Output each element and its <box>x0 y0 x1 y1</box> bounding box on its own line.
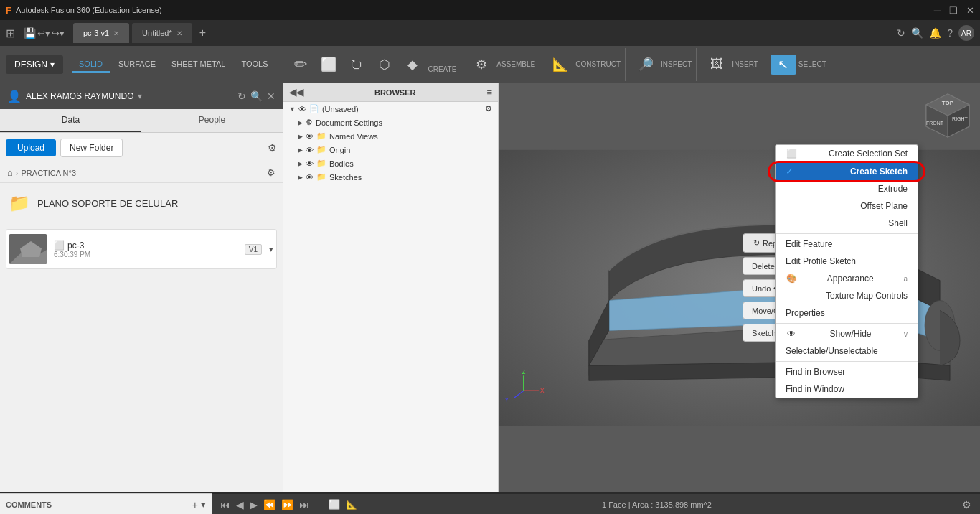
tree-sketches[interactable]: ▶ 👁 📁 Sketches <box>283 170 498 184</box>
tab-tools[interactable]: TOOLS <box>234 57 275 73</box>
ctx-show-hide[interactable]: 👁 Show/Hide v <box>776 325 918 342</box>
eye-icon-namedviews[interactable]: 👁 <box>306 132 314 141</box>
tree-named-views-label: Named Views <box>329 132 378 141</box>
revolve-btn[interactable]: ⭮ <box>344 55 369 74</box>
loft-btn[interactable]: ◆ <box>400 55 425 75</box>
ctx-create-selection-set[interactable]: ⬜ Create Selection Set <box>776 145 918 162</box>
gear-icon-docsettings: ⚙ <box>306 118 313 127</box>
browser-menu-icon[interactable]: ≡ <box>486 87 492 98</box>
sweep-btn[interactable]: ⬡ <box>372 55 397 75</box>
ctx-extrude[interactable]: Extrude <box>776 180 918 197</box>
assemble-btn[interactable]: ⚙ <box>468 55 494 75</box>
select-btn[interactable]: ↖ <box>771 55 796 75</box>
help-icon[interactable]: ? <box>947 27 953 39</box>
close-btn[interactable]: ✕ <box>966 5 974 16</box>
user-header-actions: ↻ 🔍 ✕ <box>237 90 275 102</box>
statusbar-status: 1 Face | Area : 3135.898 mm^2 <box>602 500 712 509</box>
file-item-pc3[interactable]: ⬜ pc-3 6:30:39 PM V1 ▾ <box>6 229 277 269</box>
tab-surface[interactable]: SURFACE <box>111 57 163 73</box>
nav-back-icon[interactable]: ⏮ <box>220 499 230 510</box>
tab-new-btn[interactable]: + <box>195 27 210 39</box>
file-version-arrow[interactable]: ▾ <box>269 245 273 254</box>
nav-next-icon[interactable]: ⏩ <box>281 499 293 510</box>
browser-collapse-icon[interactable]: ◀◀ <box>289 87 303 98</box>
ctx-show-hide-label: Show/Hide <box>829 329 871 339</box>
nav-prev-icon[interactable]: ◀ <box>236 499 244 510</box>
grid-icon[interactable]: ⊞ <box>6 27 15 40</box>
panel-settings-icon[interactable]: ⚙ <box>268 142 277 154</box>
tab-pc3v1[interactable]: pc-3 v1 ✕ <box>73 23 129 43</box>
tree-bodies[interactable]: ▶ 👁 📁 Bodies <box>283 156 498 170</box>
upload-button[interactable]: Upload <box>6 139 56 156</box>
ctx-find-browser[interactable]: Find in Browser <box>776 363 918 380</box>
tab-data[interactable]: Data <box>0 109 141 132</box>
sketch2-icon[interactable]: 📐 <box>346 499 357 510</box>
tree-doc-settings[interactable]: ▶ ⚙ Document Settings <box>283 116 498 129</box>
eye-icon-sketches[interactable]: 👁 <box>306 173 314 182</box>
ctx-shell[interactable]: Shell <box>776 215 918 232</box>
sketch-icon[interactable]: ⬜ <box>329 499 340 510</box>
ctx-properties[interactable]: Properties <box>776 304 918 322</box>
viewcube[interactable]: TOP RIGHT FRONT <box>923 90 973 141</box>
eye-icon-unsaved[interactable]: 👁 <box>298 105 306 113</box>
ctx-edit-feature-label: Edit Feature <box>786 239 832 249</box>
comments-add-icon[interactable]: + <box>192 499 198 510</box>
tree-sketches-label: Sketches <box>329 173 362 182</box>
undo-btn[interactable]: ↩▾ <box>37 28 50 39</box>
tab-untitled-close[interactable]: ✕ <box>176 29 182 37</box>
data-people-tabs: Data People <box>0 109 283 133</box>
ctx-texture-map[interactable]: Texture Map Controls <box>776 287 918 304</box>
ctx-edit-feature[interactable]: Edit Feature <box>776 235 918 253</box>
create-sketch-btn[interactable]: ✏ <box>288 53 314 76</box>
redo-btn[interactable]: ↪▾ <box>52 28 65 39</box>
nav-end-icon[interactable]: ⏭ <box>299 499 309 510</box>
maximize-btn[interactable]: ❑ <box>949 5 958 16</box>
ctx-create-sketch[interactable]: ✓ Create Sketch <box>776 162 918 180</box>
eye-icon-origin[interactable]: 👁 <box>306 146 314 154</box>
breadcrumb-home-icon[interactable]: ⌂ <box>7 167 13 178</box>
breadcrumb-item[interactable]: PRACTICA N°3 <box>22 169 77 177</box>
tree-unsaved[interactable]: ▼ 👁 📄 (Unsaved) ⚙ <box>283 102 498 116</box>
construct-btn[interactable]: 📐 <box>547 55 573 75</box>
inspect-btn[interactable]: 🔎 <box>633 55 659 75</box>
sync-icon[interactable]: ↻ <box>897 27 905 39</box>
refresh-icon[interactable]: ↻ <box>237 90 246 102</box>
search-icon[interactable]: 🔍 <box>911 27 923 39</box>
ctx-offset-plane[interactable]: Offset Plane <box>776 197 918 215</box>
tree-origin[interactable]: ▶ 👁 📁 Origin <box>283 143 498 156</box>
main-area: 👤 ALEX RAMOS RAYMUNDO ▾ ↻ 🔍 ✕ Data Peopl… <box>0 83 980 492</box>
new-folder-button[interactable]: New Folder <box>60 139 123 157</box>
ctx-appearance[interactable]: 🎨 Appearance a <box>776 270 918 287</box>
insert-btn[interactable]: 🖼 <box>704 55 730 74</box>
tab-pc3v1-label: pc-3 v1 <box>83 29 109 37</box>
file-version[interactable]: V1 <box>245 244 262 255</box>
user-dropdown-arrow[interactable]: ▾ <box>138 91 142 101</box>
tab-pc3v1-close[interactable]: ✕ <box>113 29 119 37</box>
minimize-btn[interactable]: ─ <box>934 5 941 16</box>
tab-solid[interactable]: SOLID <box>72 57 110 73</box>
comments-collapse-icon[interactable]: ▾ <box>201 499 206 510</box>
titlebar-controls[interactable]: ─ ❑ ✕ <box>934 5 974 16</box>
user-avatar[interactable]: AR <box>958 25 974 41</box>
tab-people[interactable]: People <box>141 109 283 132</box>
close-panel-icon[interactable]: ✕ <box>267 90 275 102</box>
extrude-btn[interactable]: ⬜ <box>316 55 341 75</box>
nav-prev2-icon[interactable]: ⏪ <box>263 499 275 510</box>
statusbar-settings-icon[interactable]: ⚙ <box>962 499 971 510</box>
search-panel-icon[interactable]: 🔍 <box>250 90 263 102</box>
tab-sheet-metal[interactable]: SHEET METAL <box>164 57 232 73</box>
save-icon[interactable]: 💾 <box>24 27 36 39</box>
ctx-selectable[interactable]: Selectable/Unselectable <box>776 342 918 360</box>
viewport[interactable]: X Z Y TOP RIGHT FRONT <box>499 83 980 492</box>
project-item[interactable]: 📁 PLANO SOPORTE DE CELULAR <box>6 189 277 218</box>
nav-play-icon[interactable]: ▶ <box>250 499 258 510</box>
eye-icon-bodies[interactable]: 👁 <box>306 159 314 168</box>
notification-icon[interactable]: 🔔 <box>929 27 941 39</box>
unsaved-settings-icon[interactable]: ⚙ <box>485 104 492 113</box>
tab-untitled[interactable]: Untitled* ✕ <box>132 23 192 43</box>
design-button[interactable]: DESIGN ▾ <box>6 55 63 74</box>
ctx-find-window[interactable]: Find in Window <box>776 380 918 398</box>
breadcrumb-settings-icon[interactable]: ⚙ <box>267 167 275 178</box>
ctx-edit-profile-sketch[interactable]: Edit Profile Sketch <box>776 253 918 270</box>
tree-named-views[interactable]: ▶ 👁 📁 Named Views <box>283 129 498 143</box>
